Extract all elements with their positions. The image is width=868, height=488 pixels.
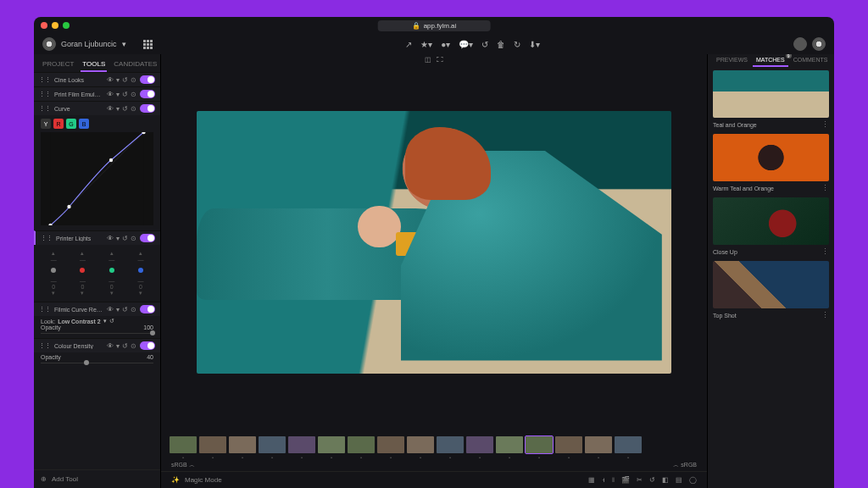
filmic-toggle[interactable]	[140, 305, 155, 313]
main-image[interactable]	[197, 111, 671, 374]
download-icon[interactable]: ⬇▾	[529, 40, 540, 49]
compare-icon[interactable]: ◫	[425, 56, 431, 64]
more-icon[interactable]: ⊙	[131, 76, 136, 84]
more-icon[interactable]: ⋮	[821, 247, 829, 256]
cine-toggle[interactable]	[140, 75, 155, 84]
bars-icon[interactable]: ⦀	[612, 476, 615, 485]
filmstrip-thumb[interactable]	[199, 436, 226, 453]
printer-lights-grid[interactable]: ▴▴▴▴ ———— ———— 0 0 0 0 ▾▾▾▾	[34, 245, 160, 302]
match-thumb[interactable]	[713, 261, 829, 308]
add-user-icon[interactable]	[793, 37, 807, 51]
second-avatar-icon[interactable]	[812, 37, 826, 51]
filmstrip-thumb[interactable]	[585, 436, 612, 453]
filmstrip-thumb[interactable]	[407, 436, 434, 453]
more-icon[interactable]: ⋮	[821, 120, 829, 129]
tab-project[interactable]: PROJECT	[41, 58, 75, 72]
handle-icon: ⋮⋮	[39, 76, 51, 83]
maximize-window-icon[interactable]	[63, 22, 70, 29]
look-value[interactable]: Low Contrast 2	[58, 319, 101, 324]
colorspace-left[interactable]: sRGB ︿	[171, 461, 195, 469]
tag-dot-icon[interactable]: ●▾	[441, 40, 450, 49]
curve-toggle[interactable]	[140, 104, 155, 113]
cd-opacity-slider[interactable]	[41, 363, 153, 363]
filmstrip-thumb[interactable]	[377, 436, 404, 453]
star-icon[interactable]: ★▾	[420, 40, 432, 49]
scissors-icon[interactable]: ✂	[637, 476, 643, 485]
filmstrip-thumb[interactable]	[288, 436, 315, 453]
address-bar[interactable]: 🔒 app.fylm.ai	[378, 20, 491, 31]
match-thumb[interactable]	[713, 70, 829, 118]
filmstrip-thumb[interactable]	[526, 436, 553, 453]
tool-filmic-curve[interactable]: ⋮⋮ Filmic Curve Respo… 👁▾↺⊙	[34, 302, 160, 316]
magic-wand-icon[interactable]: ✨	[171, 476, 180, 484]
comment-icon[interactable]: 💬▾	[459, 40, 473, 49]
tab-previews[interactable]: PREVIEWS	[713, 54, 751, 67]
match-thumb[interactable]	[713, 134, 829, 181]
printer-toggle[interactable]	[140, 234, 155, 242]
trash-icon[interactable]: 🗑	[497, 40, 505, 49]
reset-icon[interactable]: ↺	[122, 76, 128, 84]
printer-dot-green[interactable]	[109, 268, 114, 273]
colourdensity-toggle[interactable]	[140, 341, 155, 350]
tool-print-film[interactable]: ⋮⋮ Print Film Emulation 👁▾↺⊙	[34, 86, 160, 101]
tab-matches[interactable]: MATCHES 9	[753, 54, 788, 67]
curve-channel-y[interactable]: Y	[41, 119, 51, 129]
printer-dot-red[interactable]	[80, 268, 85, 273]
filmstrip-thumb[interactable]	[318, 436, 345, 453]
filmstrip-thumb[interactable]	[259, 436, 286, 453]
chevron-down-icon[interactable]: ▾	[103, 318, 107, 324]
tool-printer-lights[interactable]: ⋮⋮ Printer Lights 👁▾↺⊙	[34, 230, 160, 245]
clapper-icon[interactable]: 🎬	[621, 476, 630, 485]
chevron-down-icon: ▾	[122, 40, 126, 48]
filmstrip-thumb[interactable]	[615, 436, 642, 453]
grid-icon[interactable]: ▤	[676, 476, 682, 485]
colorspace-right[interactable]: ︿ sRGB	[673, 461, 697, 469]
chevron-down-icon[interactable]: ▾	[116, 76, 120, 84]
tab-comments[interactable]: COMMENTS	[790, 54, 832, 67]
share-icon[interactable]: ↗	[405, 40, 412, 49]
printfilm-toggle[interactable]	[140, 90, 155, 98]
apps-grid-icon[interactable]	[143, 40, 153, 49]
match-thumb[interactable]	[713, 197, 829, 245]
filmic-opacity-slider[interactable]	[41, 333, 153, 334]
circle-icon[interactable]: ◯	[689, 476, 697, 485]
minimize-window-icon[interactable]	[52, 22, 58, 29]
eye-icon[interactable]: 👁	[107, 76, 114, 84]
histogram-icon[interactable]: ⫞	[602, 476, 605, 485]
curve-channel-b[interactable]: B	[79, 119, 89, 129]
filmstrip-thumb[interactable]	[466, 436, 493, 453]
printer-dot-grey[interactable]	[51, 268, 56, 273]
tool-cine-looks[interactable]: ⋮⋮ Cine Looks 👁▾↺⊙	[34, 72, 160, 86]
filmstrip-thumb[interactable]	[229, 436, 256, 453]
more-icon[interactable]: ⋮	[821, 311, 829, 319]
gallery-icon[interactable]: ▦	[588, 476, 595, 485]
curve-editor[interactable]: Y R G B	[34, 115, 160, 230]
plus-icon: ⊕	[41, 475, 47, 483]
close-window-icon[interactable]	[41, 22, 47, 29]
tool-curve[interactable]: ⋮⋮ Curve 👁▾↺⊙	[34, 101, 160, 115]
magic-mode-button[interactable]: Magic Mode	[185, 476, 222, 484]
printer-dot-blue[interactable]	[138, 268, 143, 273]
filmstrip-thumb[interactable]	[348, 436, 375, 453]
undo-icon[interactable]: ↺	[481, 40, 488, 49]
tab-tools[interactable]: TOOLS	[81, 58, 107, 72]
filmstrip-thumb[interactable]	[496, 436, 523, 453]
redo-icon[interactable]: ↻	[514, 40, 520, 49]
filmstrip	[161, 430, 707, 459]
curve-graph[interactable]	[41, 132, 153, 225]
filmstrip-thumb[interactable]	[555, 436, 582, 453]
more-icon[interactable]: ⋮	[821, 184, 829, 192]
add-tool-button[interactable]: ⊕ Add Tool	[34, 469, 160, 488]
user-menu[interactable]: Goran Ljubuncic ▾	[42, 37, 126, 51]
tool-colour-density[interactable]: ⋮⋮ Colour Density 👁▾↺⊙	[34, 338, 160, 352]
curve-channel-g[interactable]: G	[66, 119, 76, 129]
filmstrip-thumb[interactable]	[437, 436, 464, 453]
reset-icon[interactable]: ↺	[109, 318, 114, 324]
undo2-icon[interactable]: ↺	[649, 476, 655, 485]
cd-opacity-value: 40	[147, 354, 153, 360]
fullscreen-icon[interactable]: ⛶	[437, 56, 443, 64]
tab-candidates[interactable]: CANDIDATES	[112, 58, 159, 72]
layers-icon[interactable]: ◧	[662, 476, 669, 485]
filmstrip-thumb[interactable]	[170, 436, 197, 453]
curve-channel-r[interactable]: R	[53, 119, 64, 129]
